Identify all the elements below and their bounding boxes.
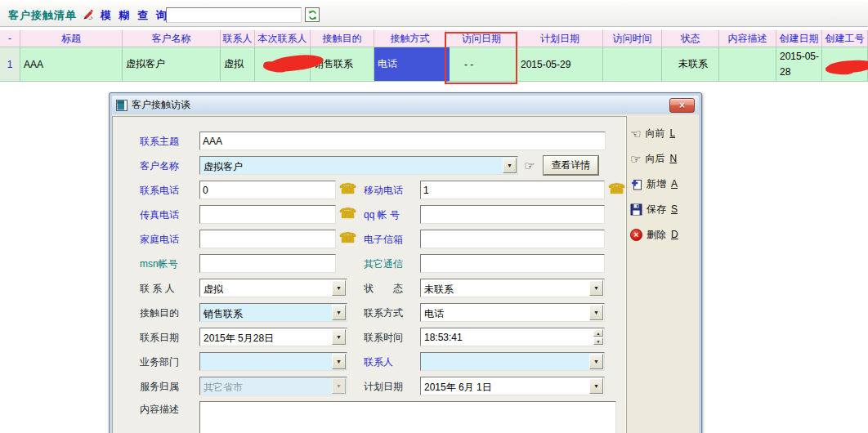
page-title: 客户接触清单 <box>8 8 77 23</box>
chevron-down-icon[interactable]: ▼ <box>589 354 603 369</box>
dept-label: 业务部门 <box>140 355 179 369</box>
contact-date-label: 联系日期 <box>140 331 179 345</box>
col-header-created[interactable]: 创建日期 <box>776 30 822 47</box>
cell-customer[interactable]: 虚拟客户 <box>123 47 221 82</box>
cell-plan-date[interactable]: 2015-05-29 <box>517 47 603 82</box>
cell-row-number[interactable]: 1 <box>0 47 20 82</box>
email-input[interactable] <box>420 230 605 248</box>
view-details-button[interactable]: 查看详情 <box>544 156 598 175</box>
qq-input[interactable] <box>420 205 605 224</box>
col-header-description[interactable]: 内容描述 <box>719 30 776 47</box>
description-textarea[interactable] <box>199 401 616 433</box>
person2-combobox-value <box>422 354 589 369</box>
contact-time-spinner[interactable]: 18:53:41 ▲ ▼ <box>420 328 605 346</box>
add-page-icon <box>630 178 642 190</box>
col-header-title[interactable]: 标题 <box>20 30 123 47</box>
hand-right-icon: ☞ <box>630 153 641 165</box>
col-header-rowmark[interactable]: - <box>0 30 20 47</box>
person-combobox[interactable]: 虚拟 ▼ <box>199 279 347 297</box>
nav-previous-button[interactable]: ☜ 向前 L <box>630 124 699 142</box>
form-panel: 联系主题 客户名称 虚拟客户 ▼ ☞ 查看详情 联系电话 ☎ 移动电话 <box>112 116 627 433</box>
description-label: 内容描述 <box>140 403 179 417</box>
contact-time-value: 18:53:41 <box>422 329 593 345</box>
person-combobox-value: 虚拟 <box>201 280 332 296</box>
method-combobox-value: 电话 <box>422 305 589 320</box>
status-combobox[interactable]: 未联系 ▼ <box>420 279 605 297</box>
cell-created-date[interactable]: 2015-05-28 <box>776 47 822 82</box>
dial-home-icon[interactable]: ☎ <box>339 230 356 247</box>
nav-save-hotkey: S <box>671 203 678 215</box>
fax-phone-label: 传真电话 <box>140 208 179 222</box>
msn-input[interactable] <box>199 254 336 273</box>
plan-date-label: 计划日期 <box>364 380 403 394</box>
chevron-down-icon[interactable]: ▼ <box>589 280 603 296</box>
delete-x-icon: × <box>630 229 642 241</box>
chevron-down-icon[interactable]: ▼ <box>589 378 603 394</box>
fuzzy-search-label: 模 糊 查 询 <box>101 8 169 23</box>
cell-method-selected[interactable]: 电话 <box>374 47 446 82</box>
other-comm-input[interactable] <box>420 254 605 273</box>
close-button[interactable]: × <box>669 98 695 113</box>
cell-status[interactable]: 未联系 <box>662 47 719 82</box>
customer-combobox[interactable]: 虚拟客户 ▼ <box>199 156 518 175</box>
subject-label: 联系主题 <box>140 135 179 149</box>
col-header-contact[interactable]: 联系人 <box>221 30 255 47</box>
msn-label: msn帐号 <box>140 257 178 271</box>
cell-description[interactable] <box>719 47 776 82</box>
chevron-down-icon[interactable]: ▼ <box>503 158 517 173</box>
col-header-this-contact[interactable]: 本次联系人 <box>255 30 311 47</box>
customer-label: 客户名称 <box>140 159 179 173</box>
annotation-scribble-creator <box>825 57 868 78</box>
col-header-visit-time[interactable]: 访问时间 <box>603 30 662 47</box>
dial-phone-icon[interactable]: ☎ <box>339 181 356 198</box>
dept-combobox[interactable]: ▼ <box>199 352 347 371</box>
service-combobox-value: 其它省市 <box>201 378 332 394</box>
purpose-combobox[interactable]: 销售联系 ▼ <box>199 303 347 322</box>
home-phone-input[interactable] <box>199 230 336 248</box>
spin-up-icon[interactable]: ▲ <box>593 329 603 337</box>
nav-next-hotkey: N <box>669 153 677 164</box>
fax-phone-input[interactable] <box>199 205 336 224</box>
chevron-down-icon[interactable]: ▼ <box>332 280 346 296</box>
col-header-method[interactable]: 接触方式 <box>374 30 446 47</box>
cell-contact[interactable]: 虚拟 <box>221 47 255 82</box>
lookup-hand-icon[interactable]: ☞ <box>524 158 535 173</box>
contact-date-picker[interactable]: 2015年 5月28日 ▼ <box>199 328 347 346</box>
col-header-customer[interactable]: 客户名称 <box>123 30 221 47</box>
table-row: 1 AAA 虚拟客户 虚拟 销售联系 电话 - - 2015-05-29 未联系… <box>0 47 868 82</box>
cell-visit-time[interactable] <box>603 47 662 82</box>
nav-save-button[interactable]: 保存 S <box>630 200 699 218</box>
person2-label: 联系人 <box>364 355 393 369</box>
mobile-phone-input[interactable] <box>420 181 605 199</box>
col-header-plan-date[interactable]: 计划日期 <box>517 30 603 47</box>
spin-down-icon[interactable]: ▼ <box>593 337 603 345</box>
chevron-down-icon[interactable]: ▼ <box>332 354 346 369</box>
subject-input[interactable] <box>199 132 606 150</box>
home-phone-label: 家庭电话 <box>140 233 179 247</box>
dial-mobile-icon[interactable]: ☎ <box>608 181 625 198</box>
method-combobox[interactable]: 电话 ▼ <box>420 303 605 322</box>
dial-fax-icon[interactable]: ☎ <box>339 206 356 222</box>
search-input[interactable] <box>166 7 302 23</box>
plan-date-picker[interactable]: 2015年 6月 1日 ▼ <box>420 377 605 395</box>
contact-date-value: 2015年 5月28日 <box>201 329 332 345</box>
nav-add-button[interactable]: 新增 A <box>630 175 699 193</box>
nav-next-label: 向后 <box>645 152 664 166</box>
col-header-status[interactable]: 状态 <box>662 30 719 47</box>
chevron-down-icon[interactable]: ▼ <box>332 305 346 320</box>
chevron-down-icon[interactable]: ▼ <box>332 329 346 345</box>
refresh-button[interactable] <box>305 7 320 22</box>
col-header-creator[interactable]: 创建工号 <box>822 30 868 47</box>
chevron-down-icon[interactable]: ▼ <box>589 305 603 320</box>
person2-combobox[interactable]: ▼ <box>420 352 605 371</box>
contact-phone-input[interactable] <box>199 181 336 199</box>
cell-title[interactable]: AAA <box>20 47 123 82</box>
nav-delete-button[interactable]: × 删除 D <box>630 225 699 243</box>
dialog-titlebar[interactable]: 客户接触访谈 × <box>112 96 699 114</box>
col-header-purpose[interactable]: 接触目的 <box>311 30 374 47</box>
nav-add-hotkey: A <box>671 178 678 190</box>
nav-next-button[interactable]: ☞ 向后 N <box>630 150 699 167</box>
email-label: 电子信箱 <box>364 233 403 247</box>
contact-phone-label: 联系电话 <box>140 184 179 198</box>
nav-save-label: 保存 <box>647 203 666 216</box>
